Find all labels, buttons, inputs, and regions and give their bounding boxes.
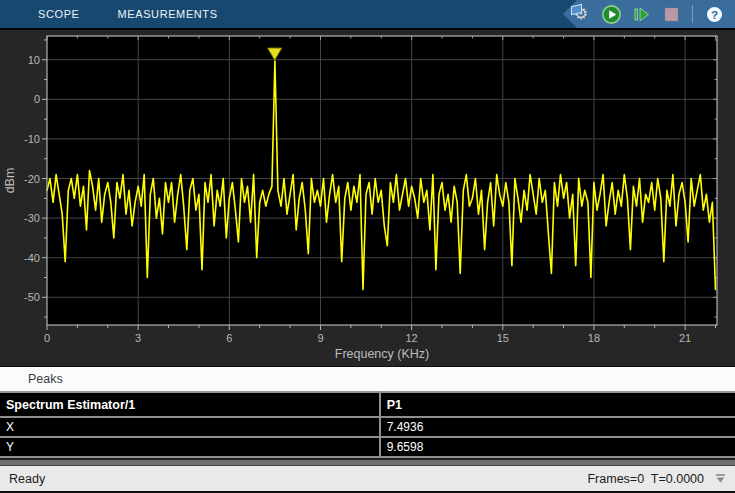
- spectrum-analyzer-window: SCOPE MEASUREMENTS ⚙: [0, 0, 735, 493]
- svg-text:-10: -10: [24, 133, 40, 145]
- peaks-panel-title: Peaks: [28, 372, 63, 386]
- svg-text:9: 9: [317, 332, 323, 344]
- svg-text:-50: -50: [24, 291, 40, 303]
- svg-text:6: 6: [226, 332, 232, 344]
- svg-text:18: 18: [588, 332, 600, 344]
- help-button[interactable]: ?: [703, 3, 725, 25]
- peaks-table-header-row: Spectrum Estimator/1 P1: [0, 392, 735, 417]
- step-forward-button[interactable]: [630, 3, 652, 25]
- tab-scope[interactable]: SCOPE: [19, 0, 99, 28]
- spectrum-svg: 036912151821100-10-20-30-40-50Frequency …: [0, 30, 735, 366]
- simulation-settings-button[interactable]: ⚙: [570, 3, 592, 25]
- run-button[interactable]: [600, 3, 622, 25]
- svg-text:10: 10: [28, 54, 40, 66]
- peaks-row-x-value: 7.4936: [380, 417, 735, 437]
- svg-text:0: 0: [44, 332, 50, 344]
- toolstrip: SCOPE MEASUREMENTS ⚙: [0, 0, 735, 28]
- peaks-table: Spectrum Estimator/1 P1 X 7.4936 Y 9.659…: [0, 391, 735, 458]
- toolbar-separator: [692, 5, 693, 23]
- play-circle-icon: [601, 4, 622, 25]
- scope-display[interactable]: 036912151821100-10-20-30-40-50Frequency …: [0, 30, 735, 366]
- dock-icon[interactable]: [714, 473, 727, 484]
- svg-text:Frequency (KHz): Frequency (KHz): [335, 347, 429, 361]
- peaks-table-header-p1: P1: [380, 392, 735, 417]
- peaks-table-row-x: X 7.4936: [0, 417, 735, 437]
- peaks-row-y-label: Y: [0, 437, 380, 457]
- step-forward-icon: [631, 4, 652, 25]
- svg-text:-20: -20: [24, 173, 40, 185]
- svg-text:-40: -40: [24, 252, 40, 264]
- status-bar: Ready Frames=0 T=0.0000: [0, 466, 735, 491]
- frames-time-readout: Frames=0 T=0.0000: [587, 472, 704, 486]
- question-circle-icon: ?: [704, 4, 725, 25]
- svg-text:?: ?: [710, 8, 717, 20]
- svg-text:dBm: dBm: [3, 168, 17, 194]
- svg-text:15: 15: [497, 332, 509, 344]
- peaks-table-row-y: Y 9.6598: [0, 437, 735, 457]
- tab-measurements[interactable]: MEASUREMENTS: [99, 0, 237, 28]
- stop-square-icon: [661, 4, 682, 25]
- svg-text:21: 21: [679, 332, 691, 344]
- peaks-panel-header: Peaks: [0, 366, 735, 391]
- peaks-row-y-value: 9.6598: [380, 437, 735, 457]
- playback-controls: ⚙: [563, 0, 735, 28]
- panel-splitter[interactable]: [0, 458, 735, 466]
- svg-text:0: 0: [34, 93, 40, 105]
- status-text: Ready: [9, 472, 45, 486]
- peaks-table-header-source: Spectrum Estimator/1: [0, 392, 380, 417]
- svg-text:3: 3: [135, 332, 141, 344]
- stop-button[interactable]: [660, 3, 682, 25]
- svg-text:12: 12: [406, 332, 418, 344]
- peaks-row-x-label: X: [0, 417, 380, 437]
- svg-text:-30: -30: [24, 212, 40, 224]
